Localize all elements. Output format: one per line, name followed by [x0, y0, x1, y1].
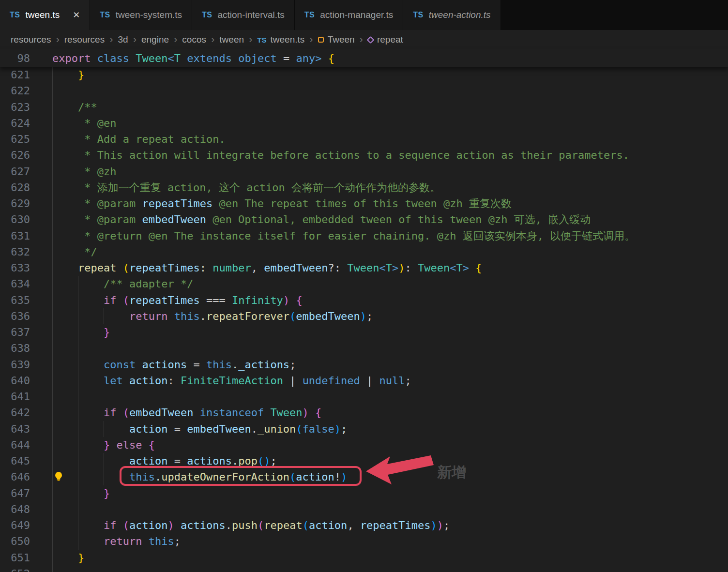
tab-action-manager.ts[interactable]: TSaction-manager.ts	[295, 0, 403, 30]
code-line-634[interactable]: 634 /** adapter */	[0, 276, 728, 292]
code-line-626[interactable]: 626 * This action will integrate before …	[0, 147, 728, 163]
code-token: repeatTimes	[129, 294, 200, 306]
breadcrumb-item-cocos[interactable]: cocos	[182, 34, 206, 45]
close-tab-icon[interactable]: ✕	[73, 11, 80, 19]
breadcrumb-item-repeat[interactable]: repeat	[368, 34, 403, 45]
code-line-650[interactable]: 650 return this;	[0, 533, 728, 549]
tab-tween-action.ts[interactable]: TStween-action.ts	[403, 0, 500, 30]
code-line-623[interactable]: 623 /**	[0, 99, 728, 115]
code-line-646[interactable]: 646 this.updateOwnerForAction(action!)	[0, 469, 728, 485]
code-line-624[interactable]: 624 * @en	[0, 115, 728, 131]
code-token: ;	[443, 519, 450, 531]
code-token: /**	[52, 101, 97, 113]
code-token: ;	[289, 359, 296, 371]
code-line-645[interactable]: 645 action = actions.pop();	[0, 453, 728, 469]
tab-label: action-interval.ts	[217, 10, 284, 20]
code-line-651[interactable]: 651 }	[0, 550, 728, 566]
code-line-630[interactable]: 630 * @param embedTween @en Optional, em…	[0, 211, 728, 227]
code-token: if	[104, 519, 117, 531]
tab-label: tween-system.ts	[116, 10, 182, 20]
method-symbol-icon	[367, 36, 375, 44]
code-token: embedTween	[142, 213, 206, 226]
code-line-644[interactable]: 644 } else {	[0, 437, 728, 453]
breadcrumb-item-tween[interactable]: tween	[219, 34, 244, 45]
code-line-638[interactable]: 638	[0, 340, 728, 356]
code-line-649[interactable]: 649 if (action) actions.push(repeat(acti…	[0, 517, 728, 533]
tab-action-interval.ts[interactable]: TSaction-interval.ts	[192, 0, 295, 30]
code-token: * @return @en The instance itself for ea…	[52, 230, 635, 242]
code-token: action	[129, 519, 167, 531]
code-line-642[interactable]: 642 if (embedTween instanceof Tween) {	[0, 405, 728, 421]
code-token: any	[296, 52, 315, 64]
code-token: action	[309, 519, 347, 531]
sticky-scroll-line[interactable]: 98 export class Tween<T extends object =…	[0, 49, 728, 67]
code-line-647[interactable]: 647 }	[0, 485, 728, 501]
line-number: 651	[0, 550, 30, 566]
code-token: action	[129, 375, 167, 387]
breadcrumb-item-engine[interactable]: engine	[141, 34, 169, 45]
code-token: repeatForever	[206, 310, 289, 322]
code-line-632[interactable]: 632 */	[0, 244, 728, 260]
lightbulb-icon[interactable]	[53, 471, 64, 485]
code-line-629[interactable]: 629 * @param repeatTimes @en The repeat …	[0, 196, 728, 211]
breadcrumb-item-resources[interactable]: resources	[64, 34, 105, 45]
code-token: }	[52, 552, 84, 564]
code-line-639[interactable]: 639 const actions = this._actions;	[0, 357, 728, 373]
code-token: (	[289, 310, 296, 322]
code-line-635[interactable]: 635 if (repeatTimes === Infinity) {	[0, 292, 728, 308]
code-token: }	[52, 69, 84, 81]
code-line-652[interactable]: 652	[0, 566, 728, 572]
code-token: _union	[258, 423, 296, 435]
code-line-627[interactable]: 627 * @zh	[0, 164, 728, 180]
code-token: }	[52, 487, 110, 499]
code-token: :	[334, 262, 348, 274]
code-line-643[interactable]: 643 action = embedTween._union(false);	[0, 421, 728, 437]
code-token: false	[303, 423, 334, 435]
code-token: T	[174, 52, 181, 64]
breadcrumb-item-tween.ts[interactable]: TStween.ts	[257, 34, 304, 45]
code-line-631[interactable]: 631 * @return @en The instance itself fo…	[0, 228, 728, 244]
code-token	[110, 439, 116, 451]
code-line-633[interactable]: 633 repeat (repeatTimes: number, embedTw…	[0, 260, 728, 276]
breadcrumb-item-3d[interactable]: 3d	[118, 34, 128, 45]
code-token: =	[167, 423, 187, 435]
typescript-file-icon: TS	[304, 11, 315, 19]
breadcrumb-label: 3d	[118, 34, 128, 45]
code-token: export	[52, 52, 91, 64]
breadcrumb-item-resources[interactable]: resources	[11, 34, 51, 45]
line-number: 637	[0, 324, 30, 340]
code-token: this	[129, 471, 155, 483]
code-token	[469, 262, 475, 274]
code-text: this.updateOwnerForAction(action!)	[52, 469, 347, 485]
code-token: ;	[341, 423, 347, 435]
code-text: action = embedTween._union(false);	[52, 421, 347, 437]
code-line-641[interactable]: 641	[0, 389, 728, 405]
code-token: =	[187, 359, 206, 371]
code-line-621[interactable]: 621 }	[0, 67, 728, 83]
code-token: ===	[200, 294, 232, 306]
code-line-648[interactable]: 648	[0, 501, 728, 517]
breadcrumb-item-Tween[interactable]: Tween	[318, 34, 355, 45]
code-token: <	[167, 52, 174, 64]
code-line-628[interactable]: 628 * 添加一个重复 action, 这个 action 会将前一个动作作为…	[0, 180, 728, 196]
code-editor[interactable]: 621 }622623 /**624 * @en625 * Add a repe…	[0, 67, 728, 572]
code-line-636[interactable]: 636 return this.repeatForever(embedTween…	[0, 308, 728, 324]
indent-guide	[104, 453, 104, 485]
code-text: if (embedTween instanceof Tween) {	[52, 405, 321, 421]
code-token	[142, 535, 148, 547]
code-token: ;	[270, 455, 276, 467]
code-token: ,	[347, 519, 360, 531]
code-line-640[interactable]: 640 let action: FiniteTimeAction | undef…	[0, 373, 728, 389]
code-token: .	[155, 471, 161, 483]
indent-guide	[104, 308, 104, 324]
code-text: return this.repeatForever(embedTween);	[52, 308, 373, 324]
code-line-622[interactable]: 622	[0, 83, 728, 99]
tab-tween.ts[interactable]: TStween.ts✕	[0, 0, 90, 30]
code-token: * @param	[52, 213, 142, 226]
code-line-637[interactable]: 637 }	[0, 324, 728, 340]
code-line-625[interactable]: 625 * Add a repeat action.	[0, 131, 728, 147]
chevron-right-icon: ›	[211, 34, 214, 45]
tab-tween-system.ts[interactable]: TStween-system.ts	[90, 0, 192, 30]
code-token: Tween	[136, 52, 167, 64]
code-text: * @param repeatTimes @en The repeat time…	[52, 196, 512, 211]
